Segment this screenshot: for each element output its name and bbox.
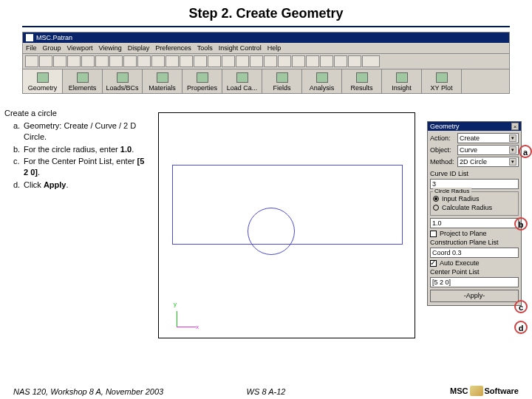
toolbar-button[interactable] — [362, 55, 380, 67]
radius-input[interactable]: 1.0 — [430, 218, 519, 228]
radio-icon — [433, 205, 439, 211]
tab-label: XY Plot — [431, 84, 453, 92]
toolbar-button[interactable] — [95, 55, 109, 67]
tab-fields[interactable]: Fields — [262, 69, 302, 93]
callout-c: c — [514, 300, 528, 313]
project-to-plane-checkbox[interactable]: Project to Plane — [430, 230, 519, 237]
msc-logo: MSC Software — [450, 386, 519, 396]
x-axis-label: x — [196, 324, 199, 330]
radio-calc-radius[interactable]: Calculate Radius — [433, 204, 516, 211]
select-value: 2D Circle — [460, 158, 487, 166]
method-label: Method: — [430, 158, 455, 166]
toolbar-button[interactable] — [109, 55, 123, 67]
radio-input-radius[interactable]: Input Radius — [433, 195, 516, 202]
tab-loadsbcs[interactable]: Loads/BCs — [103, 69, 143, 93]
toolbar-button[interactable] — [137, 55, 151, 67]
menu-item[interactable]: Viewing — [98, 44, 121, 52]
panel-titlebar: Geometry × — [428, 122, 521, 131]
toolbar-button[interactable] — [306, 55, 319, 67]
toolbar-button[interactable] — [292, 55, 305, 67]
toolbar-button[interactable] — [222, 55, 235, 67]
object-label: Object: — [430, 146, 455, 154]
tab-properties[interactable]: Properties — [183, 69, 222, 93]
toolbar-button[interactable] — [67, 55, 81, 67]
toolbar-button[interactable] — [250, 55, 263, 67]
menu-item[interactable]: Group — [43, 44, 61, 52]
plane-input[interactable]: Coord 0.3 — [430, 248, 519, 258]
toolbar-button[interactable] — [123, 55, 137, 67]
tab-label: Properties — [187, 84, 217, 92]
tab-xyplot[interactable]: XY Plot — [422, 69, 462, 93]
instruction-letter: a. — [13, 120, 20, 132]
radius-group: Circle Radius Input Radius Calculate Rad… — [430, 191, 519, 216]
tab-label: Insight — [392, 84, 412, 92]
tab-loadcases[interactable]: Load Ca... — [222, 69, 262, 93]
tab-analysis[interactable]: Analysis — [302, 69, 342, 93]
tab-label: Fields — [273, 84, 290, 92]
menu-item[interactable]: Help — [267, 44, 282, 52]
radio-label: Calculate Radius — [442, 204, 492, 211]
axis-triad: y x — [174, 304, 203, 327]
menu-item[interactable]: Insight Control — [219, 44, 262, 52]
method-select[interactable]: 2D Circle▾ — [457, 157, 519, 167]
toolbar-button[interactable] — [278, 55, 291, 67]
logo-text-post: Software — [485, 386, 519, 395]
toolbar-button[interactable] — [264, 55, 277, 67]
app-titlebar: MSC.Patran — [23, 33, 509, 43]
center-input[interactable]: [5 2 0] — [430, 277, 519, 287]
tab-label: Analysis — [310, 84, 335, 92]
action-select[interactable]: Create▾ — [457, 133, 519, 143]
tab-icon — [276, 72, 288, 83]
menu-item[interactable]: Display — [128, 44, 150, 52]
tab-insight[interactable]: Insight — [382, 69, 422, 93]
toolbar-button[interactable] — [166, 55, 179, 67]
menu-item[interactable]: Viewport — [67, 44, 93, 52]
tab-icon — [77, 72, 89, 83]
menu-item[interactable]: Tools — [197, 44, 213, 52]
plane-label: Construction Plane List — [430, 239, 519, 246]
center-label: Center Point List — [430, 268, 519, 276]
tab-results[interactable]: Results — [342, 69, 382, 93]
tab-materials[interactable]: Materials — [143, 69, 183, 93]
group-title: Circle Radius — [433, 188, 471, 194]
toolbar-button[interactable] — [180, 55, 193, 67]
auto-execute-checkbox[interactable]: Auto Execute — [430, 259, 519, 267]
instructions: Create a circle a.Geometry: Create / Cur… — [4, 108, 149, 192]
tab-geometry[interactable]: Geometry — [23, 69, 63, 93]
toolbar-button[interactable] — [25, 55, 38, 67]
logo-text-pre: MSC — [450, 386, 468, 395]
select-value: Curve — [460, 146, 477, 154]
toolbar-button[interactable] — [236, 55, 249, 67]
toolbar-button[interactable] — [334, 55, 347, 67]
apply-button[interactable]: -Apply- — [430, 290, 519, 302]
toolbar-button[interactable] — [151, 55, 165, 67]
checkbox-icon — [430, 260, 437, 267]
tab-label: Materials — [149, 84, 176, 92]
tab-label: Load Ca... — [227, 84, 258, 92]
menu-item[interactable]: File — [26, 44, 37, 52]
instruction-letter: d. — [13, 180, 20, 191]
app-window: MSC.Patran File Group Viewport Viewing D… — [22, 32, 510, 94]
callout-a: a — [519, 145, 532, 158]
tab-icon — [356, 72, 368, 83]
curveid-label: Curve ID List — [430, 170, 519, 177]
app-toolbar — [23, 54, 509, 69]
toolbar-button[interactable] — [348, 55, 361, 67]
toolbar-button[interactable] — [39, 55, 52, 67]
toolbar-button[interactable] — [194, 55, 207, 67]
tab-elements[interactable]: Elements — [63, 69, 103, 93]
object-select[interactable]: Curve▾ — [457, 145, 519, 155]
toolbar-button[interactable] — [320, 55, 333, 67]
toolbar-button[interactable] — [208, 55, 221, 67]
menu-item[interactable]: Preferences — [155, 44, 191, 52]
toolbar-button[interactable] — [81, 55, 95, 67]
app-icon — [26, 34, 33, 41]
instruction-letter: b. — [13, 144, 20, 155]
tab-label: Elements — [69, 84, 97, 92]
close-icon[interactable]: × — [511, 123, 519, 130]
model-viewport[interactable]: y x — [158, 112, 415, 338]
footer-mid: WS 8 A-12 — [247, 387, 286, 396]
toolbar-button[interactable] — [53, 55, 66, 67]
radio-label: Input Radius — [442, 195, 480, 202]
checkbox-label: Project to Plane — [440, 230, 487, 237]
